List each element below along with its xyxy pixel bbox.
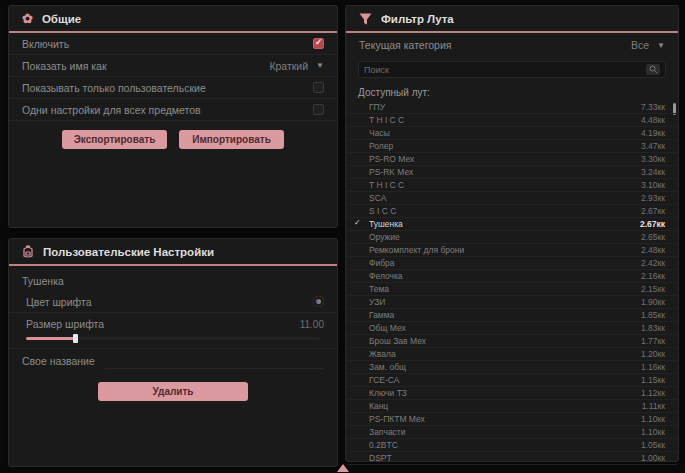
loot-item-value: 1.11кк (642, 401, 665, 411)
user-settings-title: Пользовательские Настройки (43, 246, 214, 258)
loot-item-row[interactable]: ✓Ролер3.47кк (347, 140, 677, 153)
show-name-dropdown[interactable]: Краткий ▼ (269, 60, 324, 72)
font-size-row: Размер шрифта 11.00 (9, 313, 337, 335)
loot-item-value: 3.30кк (641, 154, 665, 164)
loot-item-name: Оружие (369, 232, 400, 242)
search-icon[interactable] (646, 64, 660, 75)
loot-item-value: 1.20кк (641, 349, 665, 359)
loot-item-row[interactable]: ✓PS-RO Мех3.30кк (347, 153, 677, 166)
loot-item-row[interactable]: ✓T H I C C3.10кк (347, 179, 677, 192)
loot-item-value: 1.15кк (641, 375, 665, 385)
enable-row: Включить (9, 33, 337, 55)
loot-item-value: 1.85кк (641, 310, 665, 320)
same-settings-checkbox[interactable] (313, 104, 324, 115)
loot-item-row[interactable]: ✓Часы4.19кк (347, 127, 677, 140)
font-size-value: 11.00 (300, 319, 324, 330)
font-size-label: Размер шрифта (26, 318, 104, 330)
loot-item-name: Фибра (369, 258, 395, 268)
color-wheel-icon[interactable] (313, 296, 324, 307)
loot-item-name: Запчасти (369, 427, 406, 437)
loot-item-value: 2.67кк (641, 206, 665, 216)
search-input[interactable] (364, 65, 624, 75)
funnel-icon (359, 13, 372, 25)
loot-item-row[interactable]: ✓Зам. общ1.16кк (347, 361, 677, 374)
loot-item-row[interactable]: ✓Оружие2.65кк (347, 231, 677, 244)
loot-item-row[interactable]: ✓DSPT1.00кк (347, 452, 677, 465)
loot-item-name: SCA (369, 193, 386, 203)
enable-checkbox[interactable] (313, 38, 324, 49)
loot-item-name: УЗИ (369, 297, 385, 307)
category-dropdown[interactable]: Все ▼ (631, 39, 665, 51)
loot-item-row[interactable]: ✓Запчасти1.10кк (347, 426, 677, 439)
expand-arrow-icon[interactable] (337, 464, 349, 472)
delete-button[interactable]: Удалить (98, 382, 248, 401)
same-settings-row: Одни настройки для всех предметов (9, 99, 337, 121)
loot-item-row[interactable]: ✓Брош Зав Мех1.77кк (347, 335, 677, 348)
loot-item-row[interactable]: ✓Тушенка2.67кк (347, 218, 677, 231)
loot-item-name: Ремкомплект для брони (369, 245, 464, 255)
loot-item-row[interactable]: ✓Ремкомплект для брони2.48кк (347, 244, 677, 257)
loot-item-value: 3.47кк (641, 141, 665, 151)
loot-item-name: PS-ПКТМ Мех (369, 414, 425, 424)
loot-item-name: Ключи ТЗ (369, 388, 407, 398)
loot-item-name: DSPT (369, 453, 392, 463)
loot-item-value: 3.24кк (641, 167, 665, 177)
custom-name-label: Свое название (22, 355, 95, 367)
check-icon: ✓ (354, 218, 361, 227)
loot-item-name: Фелочка (369, 271, 403, 281)
loot-filter-panel: Фильтр Лута Текущая категория Все ▼ Дост… (345, 5, 679, 462)
search-box (358, 61, 666, 78)
loot-item-row[interactable]: ✓Гамма1.85кк (347, 309, 677, 322)
loot-filter-title: Фильтр Лута (381, 13, 454, 25)
loot-item-value: 1.77кк (641, 336, 665, 346)
font-color-row: Цвет шрифта (9, 291, 337, 313)
custom-name-input[interactable] (105, 353, 324, 369)
import-button[interactable]: Импортировать (179, 130, 284, 149)
loot-item-row[interactable]: ✓0.2BTC1.05кк (347, 439, 677, 452)
export-button[interactable]: Экспортировать (62, 130, 167, 149)
loot-item-row[interactable]: ✓PS-RK Мех3.24кк (347, 166, 677, 179)
loot-item-row[interactable]: ✓ГСЕ-СА1.15кк (347, 374, 677, 387)
loot-item-name: Брош Зав Мех (369, 336, 426, 346)
loot-item-row[interactable]: ✓Фелочка2.16кк (347, 270, 677, 283)
loot-item-row[interactable]: ✓Жвала1.20кк (347, 348, 677, 361)
loot-item-row[interactable]: ✓ГПУ7.33кк (347, 101, 677, 114)
slider-track[interactable] (26, 337, 320, 340)
loot-item-name: Канц (369, 401, 388, 411)
loot-item-row[interactable]: ✓Общ Мех1.83кк (347, 322, 677, 335)
loot-item-row[interactable]: ✓PS-ПКТМ Мех1.10кк (347, 413, 677, 426)
loot-item-value: 1.05кк (641, 440, 665, 450)
only-custom-checkbox[interactable] (313, 82, 324, 93)
font-size-slider (9, 335, 337, 349)
loot-item-row[interactable]: ✓T H I C C4.48кк (347, 114, 677, 127)
loot-item-row[interactable]: ✓Канц1.11кк (347, 400, 677, 413)
loot-item-name: Ролер (369, 141, 393, 151)
only-custom-label: Показывать только пользовательские (22, 82, 206, 94)
slider-handle[interactable] (73, 334, 78, 343)
loot-item-value: 7.33кк (641, 102, 665, 112)
loot-item-row[interactable]: ✓Фибра2.42кк (347, 257, 677, 270)
loot-item-value: 4.19кк (641, 128, 665, 138)
loot-item-value: 1.12кк (641, 388, 665, 398)
loot-item-name: T H I C C (369, 115, 404, 125)
chevron-down-icon: ▼ (316, 61, 324, 70)
custom-name-row: Свое название (9, 349, 337, 373)
slider-fill (26, 337, 76, 340)
chevron-down-icon: ▼ (657, 41, 665, 50)
loot-item-row[interactable]: ✓SCA2.93кк (347, 192, 677, 205)
loot-item-value: 2.42кк (641, 258, 665, 268)
selected-item-name: Тушенка (9, 266, 337, 291)
loot-list: ✓ГПУ7.33кк✓T H I C C4.48кк✓Часы4.19кк✓Ро… (347, 101, 677, 465)
only-custom-row: Показывать только пользовательские (9, 77, 337, 99)
loot-item-name: ГСЕ-СА (369, 375, 399, 385)
loot-item-row[interactable]: ✓S I C C2.67кк (347, 205, 677, 218)
loot-item-row[interactable]: ✓Ключи ТЗ1.12кк (347, 387, 677, 400)
show-name-row: Показать имя как Краткий ▼ (9, 55, 337, 77)
loot-item-value: 1.10кк (641, 414, 665, 424)
loot-item-row[interactable]: ✓Тема2.15кк (347, 283, 677, 296)
loot-item-row[interactable]: ✓УЗИ1.90кк (347, 296, 677, 309)
show-name-label: Показать имя как (22, 60, 107, 72)
general-panel-title: Общие (42, 13, 81, 25)
show-name-value: Краткий (269, 60, 308, 72)
loot-item-name: T H I C C (369, 180, 404, 190)
